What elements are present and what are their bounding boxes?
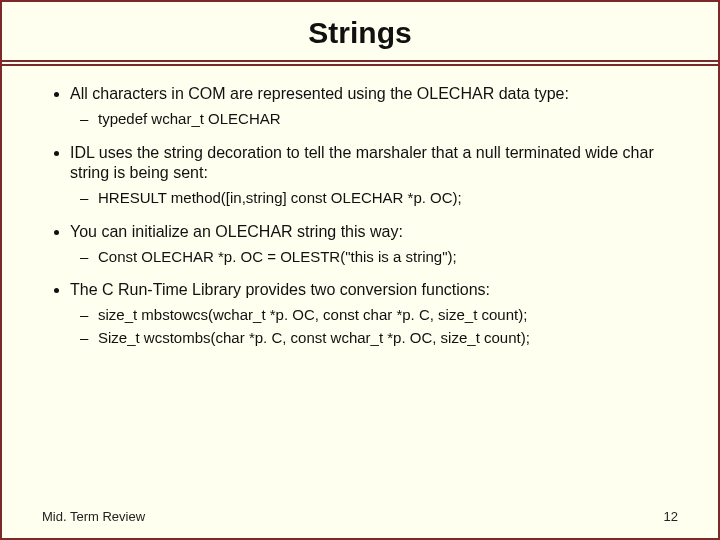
bullet-text: IDL uses the string decoration to tell t…	[70, 144, 654, 181]
sub-list: size_t mbstowcs(wchar_t *p. OC, const ch…	[70, 306, 678, 348]
list-item: IDL uses the string decoration to tell t…	[70, 143, 678, 208]
sub-item: typedef wchar_t OLECHAR	[98, 110, 678, 129]
slide-body: All characters in COM are represented us…	[2, 66, 718, 348]
bullet-text: The C Run-Time Library provides two conv…	[70, 281, 490, 298]
sub-list: HRESULT method([in,string] const OLECHAR…	[70, 189, 678, 208]
sub-list: typedef wchar_t OLECHAR	[70, 110, 678, 129]
footer: Mid. Term Review 12	[42, 509, 678, 524]
list-item: You can initialize an OLECHAR string thi…	[70, 222, 678, 267]
page-number: 12	[664, 509, 678, 524]
list-item: All characters in COM are represented us…	[70, 84, 678, 129]
slide: Strings All characters in COM are repres…	[0, 0, 720, 540]
sub-item: Size_t wcstombs(char *p. C, const wchar_…	[98, 329, 678, 348]
list-item: The C Run-Time Library provides two conv…	[70, 280, 678, 348]
sub-item: HRESULT method([in,string] const OLECHAR…	[98, 189, 678, 208]
sub-list: Const OLECHAR *p. OC = OLESTR("this is a…	[70, 248, 678, 267]
footer-left: Mid. Term Review	[42, 509, 145, 524]
bullet-text: You can initialize an OLECHAR string thi…	[70, 223, 403, 240]
sub-item: size_t mbstowcs(wchar_t *p. OC, const ch…	[98, 306, 678, 325]
sub-item: Const OLECHAR *p. OC = OLESTR("this is a…	[98, 248, 678, 267]
bullet-list: All characters in COM are represented us…	[42, 84, 678, 348]
slide-title: Strings	[2, 16, 718, 50]
bullet-text: All characters in COM are represented us…	[70, 85, 569, 102]
